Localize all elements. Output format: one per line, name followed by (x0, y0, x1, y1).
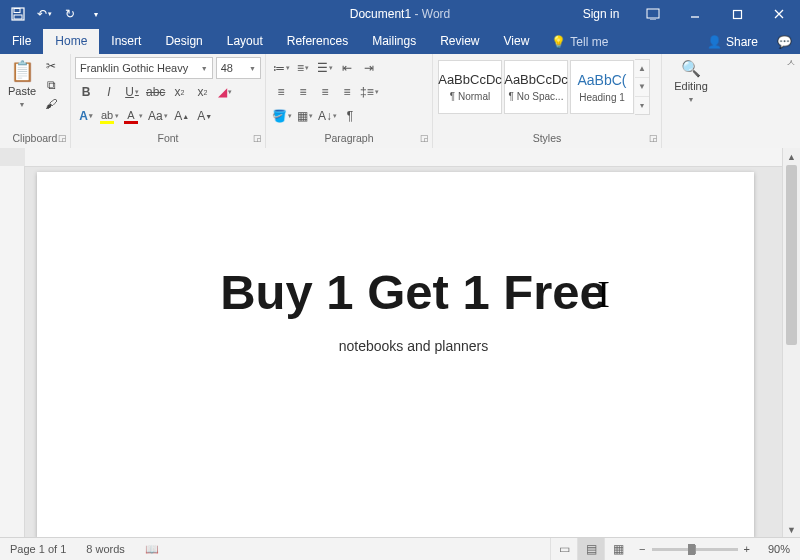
numbering-button[interactable]: ≡ (292, 58, 314, 78)
page[interactable]: Buy 1 Get 1 FreeI notebooks and planners (37, 172, 754, 538)
superscript-button[interactable]: x2 (191, 82, 213, 102)
sort-button[interactable]: A↓ (316, 106, 339, 126)
save-button[interactable] (6, 2, 30, 26)
maximize-button[interactable] (716, 0, 758, 28)
zoom-out-button[interactable]: − (639, 543, 645, 555)
align-left-button[interactable]: ≡ (270, 82, 292, 102)
comments-button[interactable]: 💬 (768, 30, 800, 54)
font-color-button[interactable]: A (122, 106, 145, 126)
scroll-thumb[interactable] (786, 165, 797, 345)
strikethrough-button[interactable]: abc (144, 82, 167, 102)
page-indicator[interactable]: Page 1 of 1 (0, 543, 76, 555)
styles-gallery-nav[interactable]: ▲▼▾ (635, 59, 650, 115)
proofing-button[interactable]: 📖 (135, 543, 169, 556)
svg-rect-4 (733, 10, 741, 18)
align-right-button[interactable]: ≡ (314, 82, 336, 102)
scroll-up-icon[interactable]: ▲ (783, 148, 800, 165)
tab-insert[interactable]: Insert (99, 29, 153, 54)
document-headline[interactable]: Buy 1 Get 1 FreeI (220, 264, 607, 320)
collapse-ribbon-button[interactable]: ㅅ (786, 56, 796, 70)
workspace: Buy 1 Get 1 FreeI notebooks and planners… (0, 148, 800, 538)
zoom-controls: − + (631, 543, 758, 555)
paragraph-dialog-launcher[interactable]: ◲ (420, 133, 429, 143)
decrease-indent-button[interactable]: ⇤ (336, 58, 358, 78)
font-name-combo[interactable]: Franklin Gothic Heavy▼ (75, 57, 213, 79)
zoom-level[interactable]: 90% (758, 543, 800, 555)
svg-rect-2 (14, 15, 22, 19)
group-font: Franklin Gothic Heavy▼ 48▼ B I U abc x2 … (71, 54, 266, 148)
zoom-in-button[interactable]: + (744, 543, 750, 555)
undo-button[interactable]: ↶▾ (32, 2, 56, 26)
font-size-combo[interactable]: 48▼ (216, 57, 261, 79)
styles-up-icon[interactable]: ▲ (635, 60, 649, 78)
svg-rect-1 (14, 9, 20, 13)
word-count[interactable]: 8 words (76, 543, 135, 555)
tab-mailings[interactable]: Mailings (360, 29, 428, 54)
bold-button[interactable]: B (75, 82, 97, 102)
share-button[interactable]: 👤Share (697, 30, 768, 54)
style-normal[interactable]: AaBbCcDc¶ Normal (438, 60, 502, 114)
style-heading1[interactable]: AaBbC(Heading 1 (570, 60, 634, 114)
find-icon: 🔍 (673, 59, 709, 78)
shading-button[interactable]: 🪣 (270, 106, 294, 126)
group-clipboard: 📋 Paste▼ ✂ ⧉ 🖌 Clipboard◲ (0, 54, 71, 148)
group-editing: 🔍 Editing▼ (662, 54, 720, 148)
style-no-spacing[interactable]: AaBbCcDc¶ No Spac... (504, 60, 568, 114)
copy-button[interactable]: ⧉ (42, 76, 60, 94)
ribbon-display-options-button[interactable] (632, 0, 674, 28)
line-spacing-button[interactable]: ‡≡ (358, 82, 381, 102)
read-mode-button[interactable]: ▭ (550, 538, 577, 560)
clear-formatting-button[interactable]: ◢ (214, 82, 236, 102)
tell-me-search[interactable]: 💡Tell me (541, 30, 618, 54)
vertical-ruler[interactable] (0, 166, 25, 538)
italic-button[interactable]: I (98, 82, 120, 102)
close-button[interactable] (758, 0, 800, 28)
cut-button[interactable]: ✂ (42, 57, 60, 75)
zoom-slider[interactable] (652, 548, 738, 551)
increase-indent-button[interactable]: ⇥ (358, 58, 380, 78)
web-layout-button[interactable]: ▦ (604, 538, 631, 560)
show-marks-button[interactable]: ¶ (339, 106, 361, 126)
minimize-button[interactable] (674, 0, 716, 28)
qat-customize-button[interactable]: ▾ (84, 2, 108, 26)
ribbon-tabs: File Home Insert Design Layout Reference… (0, 28, 800, 54)
editing-button[interactable]: 🔍 Editing▼ (673, 57, 709, 132)
sign-in-button[interactable]: Sign in (570, 0, 632, 28)
tab-home[interactable]: Home (43, 29, 99, 54)
multilevel-list-button[interactable]: ☰ (314, 58, 336, 78)
justify-button[interactable]: ≡ (336, 82, 358, 102)
styles-more-icon[interactable]: ▾ (635, 97, 649, 114)
align-center-button[interactable]: ≡ (292, 82, 314, 102)
subscript-button[interactable]: x2 (168, 82, 190, 102)
shrink-font-button[interactable]: A▼ (194, 106, 216, 126)
tab-review[interactable]: Review (428, 29, 491, 54)
grow-font-button[interactable]: A▲ (171, 106, 193, 126)
bullets-button[interactable]: ≔ (270, 58, 292, 78)
styles-down-icon[interactable]: ▼ (635, 78, 649, 96)
change-case-button[interactable]: Aa (146, 106, 170, 126)
document-subtext[interactable]: notebooks and planners (133, 338, 694, 354)
title-bar: ↶▾ ↻ ▾ Document1 - Word Sign in (0, 0, 800, 28)
tab-file[interactable]: File (0, 29, 43, 54)
tab-layout[interactable]: Layout (215, 29, 275, 54)
bucket-icon: 🪣 (272, 109, 287, 123)
tab-view[interactable]: View (492, 29, 542, 54)
ribbon: ㅅ 📋 Paste▼ ✂ ⧉ 🖌 Clipboard◲ Franklin Got… (0, 54, 800, 149)
vertical-scrollbar[interactable]: ▲ ▼ (782, 148, 800, 538)
styles-dialog-launcher[interactable]: ◲ (649, 133, 658, 143)
tab-design[interactable]: Design (153, 29, 214, 54)
text-effects-button[interactable]: A (75, 106, 97, 126)
highlight-button[interactable]: ab (98, 106, 121, 126)
clipboard-dialog-launcher[interactable]: ◲ (58, 133, 67, 143)
redo-button[interactable]: ↻ (58, 2, 82, 26)
title-right: Sign in (570, 0, 800, 28)
format-painter-button[interactable]: 🖌 (42, 95, 60, 113)
font-dialog-launcher[interactable]: ◲ (253, 133, 262, 143)
borders-button[interactable]: ▦ (294, 106, 316, 126)
paste-button[interactable]: 📋 Paste▼ (4, 57, 40, 132)
print-layout-button[interactable]: ▤ (577, 538, 604, 560)
underline-button[interactable]: U (121, 82, 143, 102)
tab-references[interactable]: References (275, 29, 360, 54)
scroll-down-icon[interactable]: ▼ (783, 521, 800, 538)
horizontal-ruler[interactable] (25, 148, 782, 167)
